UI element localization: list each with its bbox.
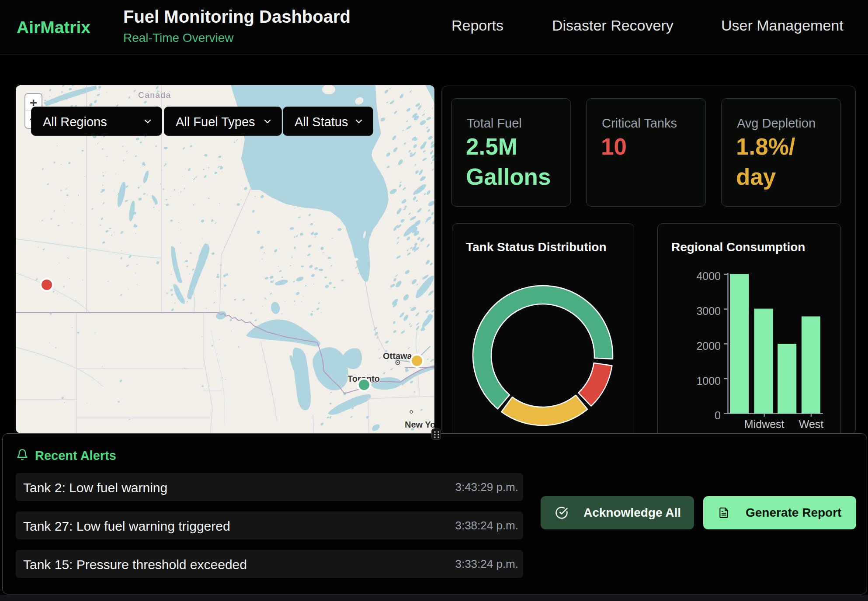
svg-text:1000: 1000 [696,375,721,387]
svg-text:New York: New York [405,420,434,429]
svg-text:Midwest: Midwest [744,418,785,430]
svg-text:0: 0 [715,409,721,421]
svg-text:2000: 2000 [696,340,721,352]
svg-text:Canada: Canada [138,90,171,100]
svg-text:3000: 3000 [696,305,721,317]
svg-text:West: West [799,418,824,430]
svg-text:4000: 4000 [696,270,721,282]
svg-text:Ottawa: Ottawa [383,351,413,361]
